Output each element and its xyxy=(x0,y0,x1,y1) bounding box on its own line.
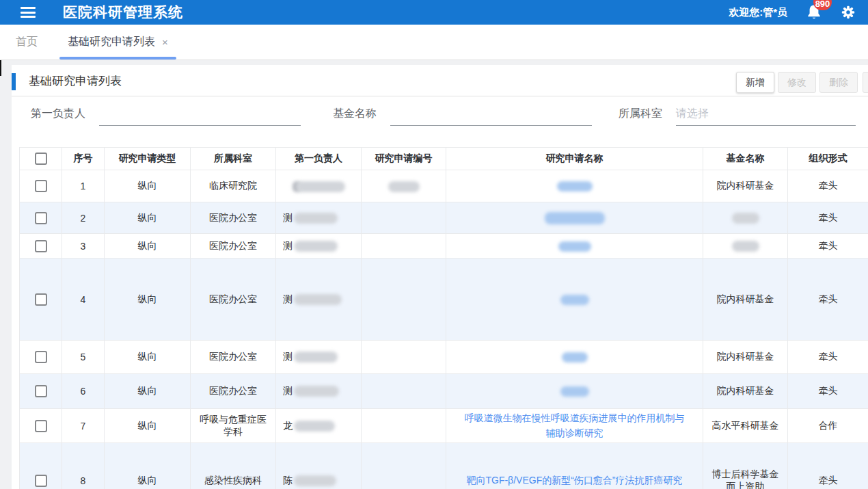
cell-name xyxy=(446,234,703,259)
row-checkbox[interactable] xyxy=(35,385,47,397)
cell-leader: 龙 xyxy=(276,409,362,443)
filter-dept-label: 所属科室 xyxy=(619,107,662,126)
bell-icon[interactable]: 890 xyxy=(805,3,823,21)
research-application-table: 序号 研究申请类型 所属科室 第一负责人 研究申请编号 研究申请名称 基金名称 … xyxy=(19,147,868,489)
filter-fund: 基金名称 xyxy=(333,104,592,126)
cell-org: 合作 xyxy=(788,409,868,443)
cell-leader xyxy=(276,170,362,202)
filter-leader-input[interactable] xyxy=(99,104,301,126)
tab-label: 基础研究申请列表 xyxy=(68,35,155,49)
cell-seq: 7 xyxy=(62,409,105,443)
tab-close-icon[interactable]: × xyxy=(162,36,168,48)
cell-fund: 院内科研基金 xyxy=(703,259,788,341)
cell-leader: 测 xyxy=(276,374,362,409)
title-accent-bar xyxy=(12,73,16,90)
table-row: 1 纵向 临床研究院 院内科研基金 牵头 xyxy=(20,170,868,202)
col-code: 研究申请编号 xyxy=(362,148,446,170)
select-all-checkbox[interactable] xyxy=(35,153,47,165)
cell-org: 牵头 xyxy=(788,341,868,374)
application-name-link[interactable]: 呼吸道微生物在慢性呼吸道疾病进展中的作用机制与辅助诊断研究 xyxy=(465,411,685,440)
header-checkbox-cell xyxy=(20,148,62,170)
cell-fund: 博士后科学基金面上资助 xyxy=(703,443,788,489)
cell-leader: 测 xyxy=(276,202,362,234)
cell-code xyxy=(362,409,446,443)
filter-fund-input[interactable] xyxy=(390,104,592,126)
cell-fund: 院内科研基金 xyxy=(703,170,788,202)
cell-fund: 高水平科研基金 xyxy=(703,409,788,443)
col-name: 研究申请名称 xyxy=(446,148,703,170)
tab-basic-research-list[interactable]: 基础研究申请列表 × xyxy=(58,25,178,60)
cell-dept: 临床研究院 xyxy=(191,170,276,202)
col-fund: 基金名称 xyxy=(703,148,788,170)
table-row: 4 纵向 医院办公室 测 院内科研基金 牵头 xyxy=(20,259,868,341)
text-cursor-artifact xyxy=(0,60,1,76)
row-checkbox[interactable] xyxy=(35,240,47,252)
filter-dept: 所属科室 请选择 xyxy=(619,104,856,126)
row-checkbox[interactable] xyxy=(35,180,47,192)
filter-dept-select[interactable]: 请选择 xyxy=(676,104,856,126)
gear-icon[interactable] xyxy=(841,5,856,20)
cell-dept: 感染性疾病科 xyxy=(191,443,276,489)
row-checkbox[interactable] xyxy=(35,351,47,363)
redacted-leader xyxy=(294,213,338,224)
table-row: 6 纵向 医院办公室 测 院内科研基金 牵头 xyxy=(20,374,868,409)
cell-seq: 1 xyxy=(62,170,105,202)
cell-code xyxy=(362,443,446,489)
col-type: 研究申请类型 xyxy=(105,148,191,170)
cell-seq: 3 xyxy=(62,234,105,259)
cell-leader: 测 xyxy=(276,341,362,374)
col-dept: 所属科室 xyxy=(191,148,276,170)
cell-dept: 医院办公室 xyxy=(191,234,276,259)
cell-leader: 陈 xyxy=(276,443,362,489)
redacted-name xyxy=(562,352,588,362)
cell-dept: 医院办公室 xyxy=(191,202,276,234)
redacted-leader xyxy=(294,421,335,432)
cell-dept: 医院办公室 xyxy=(191,374,276,409)
cell-fund: 院内科研基金 xyxy=(703,341,788,374)
col-org: 组织形式 xyxy=(788,148,868,170)
page-title: 基础研究申请列表 xyxy=(29,73,122,89)
add-button[interactable]: 新增 xyxy=(736,72,774,93)
cell-org: 牵头 xyxy=(788,443,868,489)
application-name-link[interactable]: 靶向TGF-β/VEGF的新型“伤口愈合”疗法抗肝癌研究 xyxy=(466,473,682,488)
app-title: 医院科研管理系统 xyxy=(63,3,183,22)
cell-code xyxy=(362,170,446,202)
app-window: 医院科研管理系统 欢迎您:管*员 890 xyxy=(0,0,868,489)
cell-name: 呼吸道微生物在慢性呼吸道疾病进展中的作用机制与辅助诊断研究 xyxy=(446,409,703,443)
redacted-leader xyxy=(294,241,338,252)
redacted-fund xyxy=(732,241,759,252)
cell-org: 牵头 xyxy=(788,374,868,409)
cell-org: 牵头 xyxy=(788,170,868,202)
col-seq: 序号 xyxy=(62,148,105,170)
redacted-leader xyxy=(294,386,339,397)
cell-type: 纵向 xyxy=(105,341,191,374)
cell-leader: 测 xyxy=(276,234,362,259)
table-row: 3 纵向 医院办公室 测 牵头 xyxy=(20,234,868,259)
cell-name xyxy=(446,341,703,374)
col-leader: 第一负责人 xyxy=(276,148,362,170)
row-checkbox[interactable] xyxy=(35,212,47,224)
cell-type: 纵向 xyxy=(105,234,191,259)
redacted-name xyxy=(545,212,605,224)
menu-icon[interactable] xyxy=(21,7,36,18)
row-checkbox[interactable] xyxy=(35,420,47,432)
cell-type: 纵向 xyxy=(105,259,191,341)
delete-button[interactable]: 删除 xyxy=(819,72,858,93)
edit-button[interactable]: 修改 xyxy=(778,72,816,93)
cell-seq: 2 xyxy=(62,202,105,234)
row-checkbox[interactable] xyxy=(35,475,47,487)
table-row: 7 纵向 呼吸与危重症医学科 龙 呼吸道微生物在慢性呼吸道疾病进展中的作用机制与… xyxy=(20,409,868,443)
cell-name xyxy=(446,170,703,202)
cell-dept: 呼吸与危重症医学科 xyxy=(191,409,276,443)
redacted-name xyxy=(558,241,591,252)
cell-name xyxy=(446,259,703,341)
tab-home[interactable]: 首页 xyxy=(10,25,43,60)
cell-org: 牵头 xyxy=(788,234,868,259)
filter-fund-label: 基金名称 xyxy=(333,107,377,126)
cell-type: 纵向 xyxy=(105,202,191,234)
partial-button[interactable] xyxy=(863,72,868,93)
filter-leader: 第一负责人 xyxy=(31,104,301,126)
row-checkbox[interactable] xyxy=(35,293,47,306)
cell-seq: 4 xyxy=(62,259,105,341)
table-row: 5 纵向 医院办公室 测 院内科研基金 牵头 xyxy=(20,341,868,374)
